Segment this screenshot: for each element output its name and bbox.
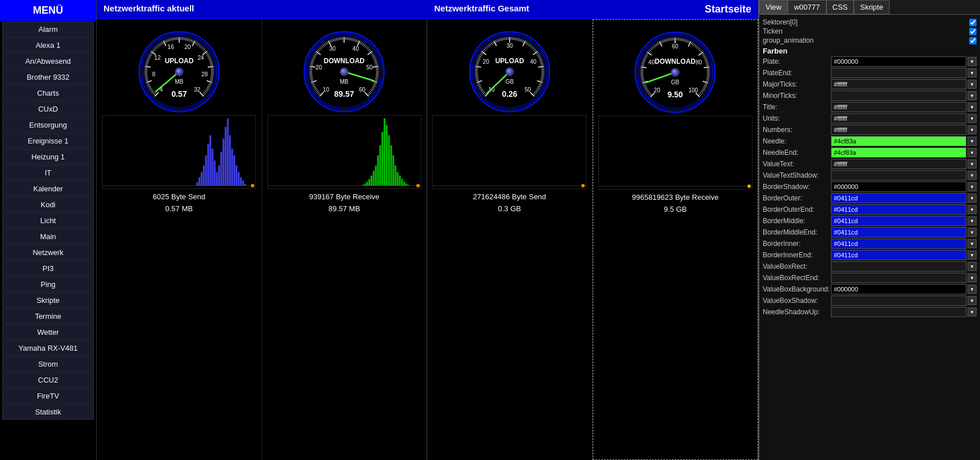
input-borderinner[interactable]	[831, 239, 966, 249]
upload-current-section: 6025 Byte Send 0.57 MB	[97, 19, 262, 460]
prop-color-borderouterend: BorderOuterEnd:▼	[763, 204, 977, 215]
color-picker-btn-bordermiddle[interactable]: ▼	[967, 216, 977, 225]
header-right-title: Netzwerktraffic Gesamt	[435, 3, 530, 15]
sidebar-item-ping[interactable]: Ping	[2, 277, 94, 292]
right-panel: View w00777 CSS Skripte Sektoren[0]Ticke…	[758, 0, 980, 460]
input-title[interactable]	[831, 102, 966, 112]
color-picker-btn-minorticks[interactable]: ▼	[967, 91, 977, 100]
tab-css[interactable]: CSS	[826, 0, 854, 14]
prop-color-minorticks: MinorTicks:▼	[763, 91, 977, 101]
color-picker-btn-numbers[interactable]: ▼	[967, 125, 977, 134]
color-picker-btn-valueboxrectend[interactable]: ▼	[967, 273, 977, 282]
sidebar-item-alexa-1[interactable]: Alexa 1	[2, 38, 94, 53]
tab-skripte[interactable]: Skripte	[854, 0, 889, 14]
sidebar-item-heizung-1[interactable]: Heizung 1	[2, 149, 94, 165]
sidebar-item-pi3[interactable]: PI3	[2, 261, 94, 276]
download-total-chart-canvas	[599, 116, 752, 189]
sidebar: MENÜ AlarmAlexa 1An/AbwesendBrother 9332…	[0, 0, 97, 460]
color-picker-btn-valueboxrect[interactable]: ▼	[967, 262, 977, 271]
sidebar-item-ereignisse-1[interactable]: Ereignisse 1	[2, 133, 94, 149]
upload-total-stats: 271624486 Byte Send 0.3 GB	[473, 189, 546, 217]
input-bordershadow[interactable]	[831, 182, 966, 192]
color-picker-btn-borderouter[interactable]: ▼	[967, 194, 977, 203]
color-picker-btn-valueboxbackground[interactable]: ▼	[967, 285, 977, 294]
input-borderouter[interactable]	[831, 193, 966, 203]
upload-total-bytes: 271624486 Byte Send	[473, 191, 546, 203]
checkbox-ticken[interactable]	[969, 28, 977, 35]
color-picker-btn-majorticks[interactable]: ▼	[967, 80, 977, 89]
color-picker-btn-title[interactable]: ▼	[967, 102, 977, 112]
sidebar-item-ccu2[interactable]: CCU2	[2, 372, 94, 388]
input-valueboxrectend[interactable]	[831, 273, 966, 283]
input-needleend[interactable]	[831, 147, 966, 158]
download-current-chart-canvas	[268, 116, 421, 188]
sidebar-item-entsorgung[interactable]: Entsorgung	[2, 117, 94, 133]
sidebar-item-firetv[interactable]: FireTV	[2, 388, 94, 404]
sidebar-item-alarm[interactable]: Alarm	[2, 22, 94, 37]
prop-color-valueboxrect: ValueBoxRect:▼	[763, 261, 977, 272]
sidebar-item-skripte[interactable]: Skripte	[2, 293, 94, 308]
sidebar-item-kodi[interactable]: Kodi	[2, 197, 94, 212]
color-picker-btn-borderinnerend[interactable]: ▼	[967, 250, 977, 260]
sidebar-item-it[interactable]: IT	[2, 165, 94, 180]
tab-view[interactable]: View	[759, 0, 788, 14]
color-picker-btn-plate[interactable]: ▼	[967, 57, 977, 66]
checkbox-sektoren[0][interactable]	[969, 19, 977, 26]
color-picker-btn-bordershadow[interactable]: ▼	[967, 182, 977, 191]
input-numbers[interactable]	[831, 125, 966, 135]
color-picker-btn-valuetextshadow[interactable]: ▼	[967, 171, 977, 180]
color-picker-btn-borderouterend[interactable]: ▼	[967, 205, 977, 214]
sidebar-item-termine[interactable]: Termine	[2, 309, 94, 324]
color-picker-btn-needle[interactable]: ▼	[967, 137, 977, 146]
color-picker-btn-bordermiddleend[interactable]: ▼	[967, 228, 977, 237]
sidebar-item-wetter[interactable]: Wetter	[2, 325, 94, 340]
upload-current-mb: 0.57 MB	[152, 203, 205, 215]
sidebar-item-licht[interactable]: Licht	[2, 213, 94, 228]
sidebar-item-netzwerk[interactable]: Netzwerk	[2, 245, 94, 260]
prop-color-majorticks: MajorTicks:▼	[763, 79, 977, 89]
sidebar-item-cuxd[interactable]: CUxD	[2, 101, 94, 117]
input-majorticks[interactable]	[831, 79, 966, 89]
input-valueboxbackground[interactable]	[831, 284, 966, 294]
sidebar-item-yamaha-rx-v481[interactable]: Yamaha RX-V481	[2, 340, 94, 356]
sidebar-item-main[interactable]: Main	[2, 229, 94, 244]
checkbox-group_animation[interactable]	[969, 37, 977, 44]
prop-toggle-group_animation: group_animation	[763, 36, 977, 44]
sidebar-item-kalender[interactable]: Kalender	[2, 181, 94, 196]
sidebar-item-charts[interactable]: Charts	[2, 85, 94, 101]
color-picker-btn-valuetext[interactable]: ▼	[967, 159, 977, 169]
upload-current-chart	[102, 115, 256, 189]
input-borderouterend[interactable]	[831, 204, 966, 215]
sidebar-item-brother-9332[interactable]: Brother 9332	[2, 69, 94, 85]
input-bordermiddle[interactable]	[831, 216, 966, 226]
prop-color-plate: Plate:▼	[763, 56, 977, 67]
upload-total-gb: 0.3 GB	[473, 203, 546, 215]
sidebar-item-statistik[interactable]: Statistik	[2, 404, 94, 420]
input-valuetext[interactable]	[831, 159, 966, 169]
input-valuetextshadow[interactable]	[831, 170, 966, 180]
upload-total-chart	[432, 115, 586, 189]
color-picker-btn-units[interactable]: ▼	[967, 114, 977, 123]
input-minorticks[interactable]	[831, 91, 966, 101]
input-units[interactable]	[831, 113, 966, 124]
color-picker-btn-needleend[interactable]: ▼	[967, 148, 977, 157]
input-needleshadowup[interactable]	[831, 307, 966, 317]
input-plate[interactable]	[831, 56, 966, 67]
input-valueboxshadow[interactable]	[831, 295, 966, 306]
input-needle[interactable]	[831, 136, 966, 146]
color-picker-btn-plateend[interactable]: ▼	[967, 68, 977, 77]
input-bordermiddleend[interactable]	[831, 227, 966, 237]
tab-w00777[interactable]: w00777	[788, 0, 826, 14]
input-valueboxrect[interactable]	[831, 261, 966, 272]
sidebar-item-strom[interactable]: Strom	[2, 356, 94, 372]
color-picker-btn-needleshadowup[interactable]: ▼	[967, 307, 977, 317]
input-borderinnerend[interactable]	[831, 250, 966, 260]
sidebar-item-an/abwesend[interactable]: An/Abwesend	[2, 54, 94, 69]
download-current-section: 939167 Byte Receive 89.57 MB	[262, 19, 428, 460]
prop-color-valueboxshadow: ValueBoxShadow:▼	[763, 295, 977, 306]
upload-current-bytes: 6025 Byte Send	[152, 191, 205, 203]
input-plateend[interactable]	[831, 68, 966, 78]
upload-total-gauge	[464, 22, 555, 113]
color-picker-btn-borderinner[interactable]: ▼	[967, 239, 977, 248]
color-picker-btn-valueboxshadow[interactable]: ▼	[967, 296, 977, 305]
